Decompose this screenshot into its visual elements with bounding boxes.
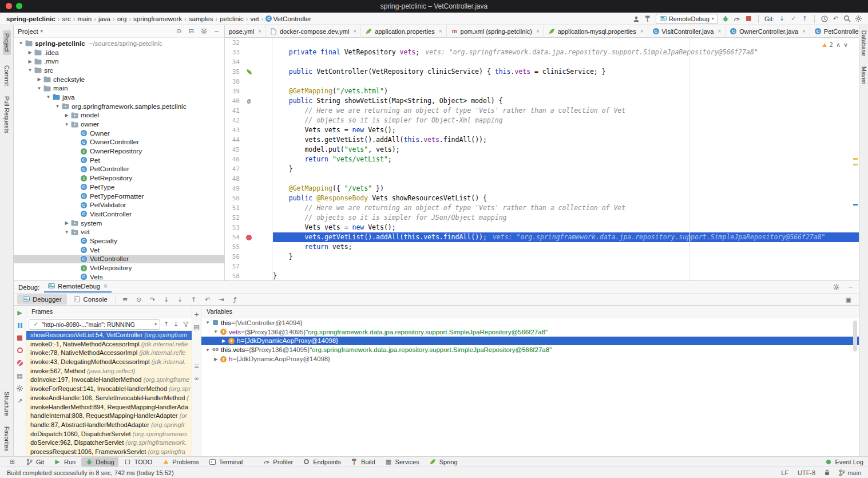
- tree-item-org.springframework.samples.petclinic[interactable]: ▼org.springframework.samples.petclinic: [14, 102, 224, 111]
- arrow-down-icon[interactable]: ↓: [778, 15, 786, 23]
- tree-item-.mvn[interactable]: ▶.mvn: [14, 57, 224, 66]
- chevron-expanded-icon[interactable]: ▼: [17, 41, 25, 46]
- chevron-collapsed-icon[interactable]: ▶: [35, 77, 43, 82]
- line-number[interactable]: 46: [225, 155, 240, 164]
- tree-item-ownerrepository[interactable]: IOwnerRepository: [14, 147, 224, 156]
- add-watch-icon[interactable]: +: [193, 310, 200, 318]
- editor-tab[interactable]: CVisitController.java×: [648, 25, 726, 37]
- tree-item-pet[interactable]: CPet: [14, 156, 224, 165]
- line-number[interactable]: 45: [225, 145, 240, 155]
- code-text[interactable]: }: [273, 271, 859, 281]
- gear-icon[interactable]: [200, 27, 208, 35]
- tree-item-src[interactable]: ▼src: [14, 66, 224, 75]
- line-number[interactable]: 44: [225, 135, 240, 145]
- chevron-expanded-icon[interactable]: ▼: [204, 347, 211, 353]
- stack-frame[interactable]: invokeForRequest:141, InvocableHandlerMe…: [26, 385, 192, 394]
- chevron-expanded-icon[interactable]: ▼: [63, 122, 70, 127]
- close-tab-icon[interactable]: ×: [353, 28, 356, 34]
- tool-window-button-spring[interactable]: Spring: [425, 457, 462, 467]
- code-text[interactable]: vets.getVetList().addAll(this.vets.findA…: [273, 232, 859, 242]
- tool-window-button-profiler[interactable]: Profiler: [259, 457, 297, 467]
- breadcrumb-item[interactable]: src: [61, 15, 71, 22]
- show-exec-icon[interactable]: ⊙: [135, 295, 142, 303]
- hammer-icon[interactable]: [644, 15, 652, 23]
- check-icon[interactable]: ✓: [790, 15, 797, 23]
- debug-tab-console[interactable]: Console: [68, 294, 113, 305]
- arrow-up-icon[interactable]: ↑: [801, 15, 808, 23]
- breadcrumb-item[interactable]: springframework: [133, 15, 183, 22]
- tree-item-visitcontroller[interactable]: CVisitController: [14, 210, 224, 219]
- clock-icon[interactable]: [821, 15, 828, 23]
- code-line[interactable]: 57: [225, 262, 859, 271]
- code-line[interactable]: 54 vets.getVetList().addAll(this.vets.fi…: [225, 232, 859, 242]
- step-out-icon[interactable]: ↑: [190, 295, 197, 303]
- tool-window-button-switcher[interactable]: ⊞: [5, 457, 20, 467]
- variables-scrollbar[interactable]: [853, 321, 857, 351]
- chevron-collapsed-icon[interactable]: ▶: [212, 357, 219, 362]
- search-icon[interactable]: [843, 15, 851, 23]
- hide-icon[interactable]: ─: [847, 283, 854, 291]
- code-text[interactable]: @GetMapping({ "/vets" }): [273, 184, 859, 193]
- line-ending-widget[interactable]: LF: [781, 469, 788, 476]
- resume-icon[interactable]: ▶: [16, 309, 23, 317]
- code-text[interactable]: public VetController(VetRepository clini…: [273, 67, 859, 77]
- stripe-button-maven[interactable]: Maven: [861, 66, 867, 85]
- chevron-collapsed-icon[interactable]: ▶: [63, 113, 70, 118]
- line-number[interactable]: 54: [225, 232, 240, 242]
- code-text[interactable]: return "vets/vetList";: [273, 155, 859, 164]
- code-text[interactable]: [273, 174, 859, 184]
- code-line[interactable]: 43 Vets vets = new Vets();: [225, 125, 859, 135]
- line-number[interactable]: 55: [225, 242, 240, 252]
- stack-frame[interactable]: handleInternal:808, RequestMappingHandle…: [26, 412, 192, 421]
- up-icon[interactable]: ↑: [162, 321, 170, 329]
- variable-row[interactable]: ▶fh = {JdkDynamicAopProxy@14098}: [201, 337, 859, 346]
- chevron-expanded-icon[interactable]: ▼: [45, 94, 52, 100]
- code-line[interactable]: 41 // Here we are returning an object of…: [225, 106, 859, 116]
- chevron-expanded-icon[interactable]: ▼: [204, 320, 211, 325]
- code-editor[interactable]: 2 ∧ ∨ 3233 private final VetRepository v…: [225, 38, 859, 281]
- stripe-button-structure[interactable]: Structure: [3, 392, 10, 416]
- tree-item-java[interactable]: ▼java: [14, 93, 224, 102]
- tree-item-main[interactable]: ▼main: [14, 84, 224, 93]
- collapse-icon[interactable]: ⊟: [188, 27, 195, 35]
- git-branch-widget[interactable]: main: [839, 469, 861, 476]
- line-number[interactable]: 57: [225, 262, 240, 271]
- line-number[interactable]: 50: [225, 193, 240, 203]
- editor-tab[interactable]: CPetController.java×: [810, 25, 859, 37]
- tree-item-system[interactable]: ▶system: [14, 219, 224, 228]
- watches-icon[interactable]: ∞: [193, 374, 200, 382]
- tree-item-ownercontroller[interactable]: COwnerController: [14, 138, 224, 147]
- variable-row[interactable]: ▼oothis.vets = {$Proxy136@14095} "org.sp…: [201, 345, 859, 354]
- gauge-icon[interactable]: [734, 15, 741, 23]
- editor-tab[interactable]: application.properties×: [361, 25, 446, 37]
- locate-icon[interactable]: ⊙: [175, 27, 183, 35]
- url-mapping-icon[interactable]: @: [244, 97, 253, 105]
- code-line[interactable]: 35 public VetController(VetRepository cl…: [225, 67, 859, 77]
- editor-tab[interactable]: COwnerController.java×: [726, 25, 810, 37]
- close-tab-icon[interactable]: ×: [640, 28, 644, 34]
- tree-item-specialty[interactable]: CSpecialty: [14, 236, 224, 246]
- tool-window-button-git[interactable]: Git: [22, 457, 48, 467]
- close-session-icon[interactable]: ×: [103, 283, 108, 289]
- tree-item-vets[interactable]: CVets: [14, 272, 224, 281]
- stack-frame[interactable]: doService:962, DispatcherServlet (org.sp…: [26, 439, 192, 448]
- line-number[interactable]: 39: [225, 86, 240, 96]
- stack-frame[interactable]: doDispatch:1060, DispatcherServlet (org.…: [26, 430, 192, 439]
- code-line[interactable]: 38: [225, 77, 859, 86]
- debug-session-tab[interactable]: RemoteDebug×: [44, 282, 112, 293]
- line-number[interactable]: 33: [225, 48, 240, 57]
- line-number[interactable]: 51: [225, 203, 240, 213]
- code-line[interactable]: 55 return vets;: [225, 242, 859, 252]
- code-line[interactable]: 33 private final VetRepository vets;vets…: [225, 48, 859, 57]
- code-line[interactable]: 34: [225, 57, 859, 67]
- tree-item-vetcontroller[interactable]: CVetController: [14, 255, 224, 264]
- chevron-collapsed-icon[interactable]: ▶: [26, 59, 34, 64]
- code-text[interactable]: [273, 77, 859, 86]
- variable-row[interactable]: ▼this = {VetController@14094}: [201, 318, 859, 327]
- code-text[interactable]: public @ResponseBody Vets showResourcesV…: [273, 193, 859, 203]
- tree-item-model[interactable]: ▶model: [14, 111, 224, 120]
- chevron-expanded-icon[interactable]: ▼: [63, 230, 70, 235]
- editor-tab[interactable]: pose.yml×: [225, 25, 266, 37]
- zoom-window-button[interactable]: [16, 3, 22, 9]
- readonly-widget[interactable]: [825, 469, 830, 476]
